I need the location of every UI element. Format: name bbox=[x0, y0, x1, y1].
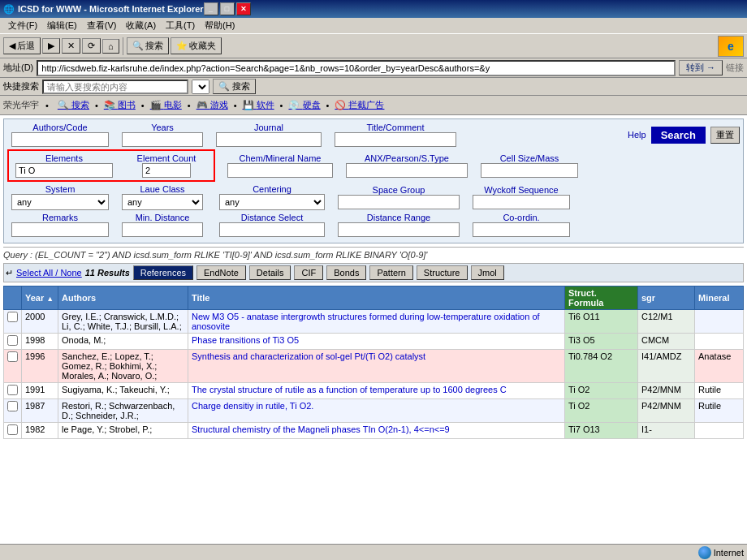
journal-input[interactable] bbox=[216, 132, 322, 147]
row-title[interactable]: Phase transitions of Ti3 O5 bbox=[188, 334, 565, 350]
col-formula[interactable]: Struct. Formula bbox=[565, 286, 638, 310]
centering-label[interactable]: Centering bbox=[253, 184, 291, 194]
menu-edit[interactable]: 编辑(E) bbox=[42, 18, 82, 33]
coordin-input[interactable] bbox=[473, 222, 570, 237]
menu-view[interactable]: 查看(V) bbox=[82, 18, 122, 33]
row-title[interactable]: Synthesis and characterization of sol-ge… bbox=[188, 350, 565, 383]
row-title[interactable]: Structural chemistry of the Magneli phas… bbox=[188, 423, 565, 439]
remarks-label[interactable]: Remarks bbox=[42, 213, 78, 222]
authors-input[interactable] bbox=[11, 132, 109, 147]
row-checkbox[interactable] bbox=[7, 312, 18, 322]
chem-mineral-label[interactable]: Chem/Mineral Name bbox=[240, 153, 322, 163]
row-title[interactable]: Charge densitiy in rutile, Ti O2. bbox=[188, 399, 565, 423]
elements-input[interactable] bbox=[15, 163, 113, 178]
links-ads[interactable]: 🚫 拦截广告 bbox=[332, 99, 386, 111]
years-label[interactable]: Years bbox=[151, 123, 174, 132]
row-title[interactable]: New M3 O5 - anatase intergrowth structur… bbox=[188, 310, 565, 334]
min-distance-input[interactable] bbox=[122, 222, 203, 237]
back-arrow-icon: ◀ bbox=[9, 41, 15, 51]
wyckoff-input[interactable] bbox=[473, 195, 570, 209]
space-group-input[interactable] bbox=[338, 195, 460, 209]
reset-button[interactable]: 重置 bbox=[710, 127, 740, 144]
details-button[interactable]: Details bbox=[249, 265, 291, 280]
pattern-button[interactable]: Pattern bbox=[369, 265, 412, 280]
select-all-none[interactable]: Select All / None bbox=[16, 268, 82, 278]
element-count-input[interactable] bbox=[142, 163, 191, 178]
anx-input[interactable] bbox=[346, 163, 468, 178]
links-disk[interactable]: 💿 硬盘 bbox=[286, 99, 322, 111]
bonds-button[interactable]: Bonds bbox=[326, 265, 366, 280]
years-field: Years bbox=[118, 123, 207, 147]
references-button[interactable]: References bbox=[133, 265, 193, 280]
quick-search-input[interactable] bbox=[42, 80, 188, 94]
stop-button[interactable]: ✕ bbox=[62, 38, 80, 54]
forward-button[interactable]: ▶ bbox=[42, 38, 60, 54]
chem-mineral-input[interactable] bbox=[227, 163, 333, 178]
menu-help[interactable]: 帮助(H) bbox=[200, 18, 240, 33]
col-title[interactable]: Title bbox=[188, 286, 565, 310]
laue-select[interactable]: any bbox=[122, 194, 203, 210]
col-mineral[interactable]: Mineral bbox=[695, 286, 744, 310]
close-button[interactable]: ✕ bbox=[236, 2, 251, 15]
col-sgr[interactable]: sgr bbox=[638, 286, 695, 310]
row-checkbox[interactable] bbox=[7, 351, 18, 362]
system-select[interactable]: any cubic tetragonal bbox=[11, 194, 109, 210]
links-search[interactable]: 🔍 搜索 bbox=[55, 99, 92, 111]
back-button[interactable]: ◀ 后退 bbox=[3, 37, 41, 54]
row-checkbox[interactable] bbox=[7, 335, 18, 346]
space-group-label[interactable]: Space Group bbox=[373, 185, 425, 195]
row-title[interactable]: The crystal structure of rutile as a fun… bbox=[188, 383, 565, 399]
distance-range-label[interactable]: Distance Range bbox=[367, 213, 430, 222]
distance-range-input[interactable] bbox=[338, 222, 460, 237]
row-checkbox[interactable] bbox=[7, 385, 18, 395]
menu-file[interactable]: 文件(F) bbox=[3, 18, 42, 33]
elements-label[interactable]: Elements bbox=[45, 153, 83, 163]
col-year[interactable]: Year ▲ bbox=[22, 286, 58, 310]
jmol-button[interactable]: Jmol bbox=[471, 265, 504, 280]
cif-button[interactable]: CIF bbox=[294, 265, 323, 280]
quick-search-button[interactable]: 🔍 搜索 bbox=[213, 79, 256, 94]
cell-size-label[interactable]: Cell Size/Mass bbox=[500, 153, 559, 163]
links-movies[interactable]: 🎬 电影 bbox=[148, 99, 184, 111]
menu-tools[interactable]: 工具(T) bbox=[161, 18, 200, 33]
wyckoff-label[interactable]: Wyckoff Sequence bbox=[484, 185, 558, 195]
row-checkbox-cell bbox=[4, 310, 22, 334]
anx-label[interactable]: ANX/Pearson/S.Type bbox=[365, 153, 449, 163]
title-bar-text: ICSD for WWW - Microsoft Internet Explor… bbox=[18, 4, 204, 14]
menu-favorites[interactable]: 收藏(A) bbox=[121, 18, 161, 33]
laue-label[interactable]: Laue Class bbox=[140, 184, 184, 194]
search-toolbar-button[interactable]: 🔍 搜索 bbox=[127, 37, 169, 54]
home-button[interactable]: ⌂ bbox=[102, 39, 119, 54]
system-label[interactable]: System bbox=[45, 184, 76, 194]
links-books[interactable]: 📚 图书 bbox=[101, 99, 138, 111]
min-distance-label[interactable]: Min. Distance bbox=[136, 213, 190, 222]
row-checkbox[interactable] bbox=[7, 401, 18, 411]
col-authors[interactable]: Authors bbox=[58, 286, 188, 310]
site-name[interactable]: 荣光华宇 bbox=[3, 99, 39, 111]
favorites-button[interactable]: ⭐ 收藏夹 bbox=[171, 37, 222, 54]
element-count-label[interactable]: Element Count bbox=[137, 153, 196, 163]
refresh-button[interactable]: ⟳ bbox=[82, 38, 101, 54]
title-comment-input[interactable] bbox=[335, 132, 456, 147]
quick-search-select[interactable] bbox=[192, 80, 209, 94]
go-button[interactable]: 转到 → bbox=[679, 60, 723, 75]
endnote-button[interactable]: EndNote bbox=[196, 265, 246, 280]
centering-select[interactable]: any bbox=[219, 194, 325, 210]
links-games[interactable]: 🎮 游戏 bbox=[194, 99, 231, 111]
minimize-button[interactable]: _ bbox=[204, 2, 218, 15]
maximize-button[interactable]: □ bbox=[220, 2, 235, 15]
years-input[interactable] bbox=[122, 132, 203, 147]
search-button[interactable]: Search bbox=[651, 127, 706, 144]
authors-label[interactable]: Authors/Code bbox=[32, 123, 87, 132]
distance-select-label[interactable]: Distance Select bbox=[241, 213, 303, 222]
structure-button[interactable]: Structure bbox=[417, 265, 468, 280]
coordin-label[interactable]: Co-ordin. bbox=[503, 213, 539, 222]
journal-label[interactable]: Journal bbox=[254, 123, 283, 132]
address-input[interactable] bbox=[37, 60, 676, 76]
links-software[interactable]: 💾 软件 bbox=[240, 99, 277, 111]
title-comment-label[interactable]: Title/Comment bbox=[366, 123, 424, 132]
remarks-input[interactable] bbox=[11, 222, 109, 237]
cell-size-input[interactable] bbox=[481, 163, 578, 178]
row-checkbox[interactable] bbox=[7, 424, 18, 435]
distance-select-input[interactable] bbox=[219, 222, 325, 237]
